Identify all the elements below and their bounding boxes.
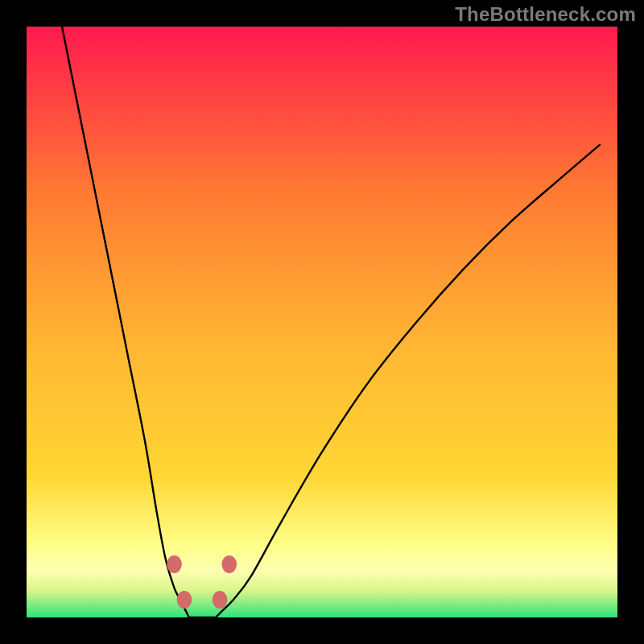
plot-area xyxy=(27,27,617,617)
plot-svg xyxy=(0,0,644,644)
marker-right-upper xyxy=(221,555,237,573)
marker-left-upper xyxy=(167,555,182,573)
stage: TheBottleneck.com xyxy=(0,0,644,644)
marker-left-lower xyxy=(177,591,192,609)
marker-right-lower xyxy=(213,591,228,609)
attribution-watermark: TheBottleneck.com xyxy=(455,3,636,26)
